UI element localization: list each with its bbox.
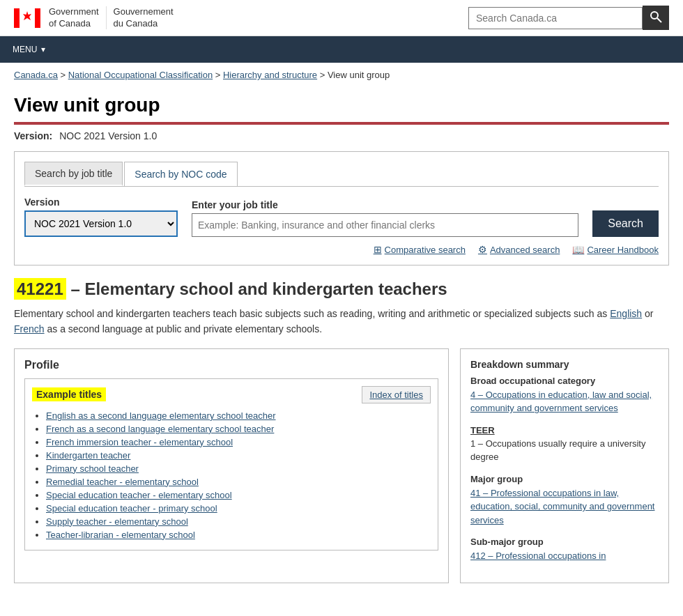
list-item: English as a second language elementary …: [46, 410, 431, 421]
teer-label: TEER: [470, 425, 659, 436]
list-item: Special education teacher - elementary s…: [46, 490, 431, 500]
list-item: Primary school teacher: [46, 463, 431, 474]
french-link[interactable]: French: [14, 323, 45, 334]
version-select[interactable]: NOC 2021 Version 1.0: [24, 210, 178, 237]
index-of-titles-button[interactable]: Index of titles: [362, 386, 431, 403]
example-titles-label: Example titles: [32, 387, 106, 401]
noc-description: Elementary school and kindergarten teach…: [14, 306, 669, 337]
grid-icon: ⊞: [374, 244, 382, 255]
gov-name-container: Government of Canada Gouvernement du Can…: [49, 6, 174, 30]
breadcrumb-item-noc[interactable]: National Occupational Classification: [68, 70, 213, 80]
noc-title-text: Elementary school and kindergarten teach…: [84, 279, 447, 298]
search-icon: [650, 10, 662, 23]
site-header: Government of Canada Gouvernement du Can…: [0, 0, 683, 36]
tab-search-by-title[interactable]: Search by job title: [24, 162, 123, 186]
search-input[interactable]: [468, 7, 643, 29]
major-group-section: Major group 41 – Professional occupation…: [470, 474, 659, 528]
list-item: Supply teacher - elementary school: [46, 516, 431, 527]
breakdown-title: Breakdown summary: [470, 359, 659, 370]
list-item: Remedial teacher - elementary school: [46, 477, 431, 487]
breadcrumb-sep-1: >: [61, 70, 68, 80]
career-handbook-link[interactable]: 📖 Career Handbook: [572, 244, 659, 255]
breadcrumb-item-current: View unit group: [328, 70, 390, 80]
search-links: ⊞ Comparative search ⚙ Advanced search 📖…: [24, 244, 659, 255]
broad-category-link[interactable]: 4 – Occupations in education, law and so…: [470, 390, 652, 414]
canada-logo: [14, 8, 40, 28]
list-item: French as a second language elementary s…: [46, 424, 431, 434]
teer-value: 1 – Occupations usually require a univer…: [470, 437, 659, 464]
version-line: Version: NOC 2021 Version 1.0: [14, 130, 669, 141]
search-fields: Version NOC 2021 Version 1.0 Enter your …: [24, 197, 659, 237]
noc-group-title: 41221 – Elementary school and kindergart…: [14, 279, 669, 299]
breadcrumb-sep-3: >: [320, 70, 328, 80]
nav-menu-bar: MENU ▾: [0, 36, 683, 63]
main-content: View unit group Version: NOC 2021 Versio…: [0, 87, 683, 590]
svg-point-4: [651, 12, 658, 19]
page-title: View unit group: [14, 94, 669, 125]
job-title-label: Enter your job title: [192, 199, 578, 210]
noc-code: 41221: [14, 278, 66, 300]
gov-name-en: Government of Canada: [49, 6, 99, 30]
version-field-group: Version NOC 2021 Version 1.0: [24, 197, 178, 237]
breadcrumb-item-hierarchy[interactable]: Hierarchy and structure: [223, 70, 317, 80]
list-item: Special education teacher - primary scho…: [46, 503, 431, 514]
two-column-layout: Profile Example titles Index of titles E…: [14, 348, 669, 583]
english-link[interactable]: English: [610, 308, 642, 319]
svg-rect-2: [35, 8, 40, 28]
list-item: French immersion teacher - elementary sc…: [46, 437, 431, 447]
broad-category-section: Broad occupational category 4 – Occupati…: [470, 376, 659, 415]
tab-search-by-code[interactable]: Search by NOC code: [124, 162, 237, 186]
breadcrumb: Canada.ca > National Occupational Classi…: [0, 63, 683, 87]
profile-title: Profile: [24, 359, 438, 371]
teer-section: TEER 1 – Occupations usually require a u…: [470, 425, 659, 464]
major-group-link[interactable]: 41 – Professional occupations in law, ed…: [470, 488, 654, 525]
noc-dash: –: [70, 279, 84, 298]
version-value: NOC 2021 Version 1.0: [59, 130, 157, 141]
submajor-group-label: Sub-major group: [470, 537, 659, 547]
search-tabs: Search by job title Search by NOC code: [24, 162, 659, 187]
header-logo-area: Government of Canada Gouvernement du Can…: [14, 6, 174, 30]
breakdown-panel: Breakdown summary Broad occupational cat…: [460, 348, 669, 583]
canada-flag-icon: [14, 8, 40, 28]
list-item: Kindergarten teacher: [46, 450, 431, 461]
menu-arrow-icon: ▾: [41, 45, 45, 54]
example-titles-header: Example titles Index of titles: [32, 386, 431, 403]
menu-label: MENU: [13, 45, 37, 54]
broad-category-label: Broad occupational category: [470, 376, 659, 386]
breadcrumb-sep-2: >: [215, 70, 223, 80]
job-title-field-group: Enter your job title: [192, 199, 578, 237]
menu-button[interactable]: MENU ▾: [0, 36, 58, 63]
search-container: Search by job title Search by NOC code V…: [14, 151, 669, 265]
titles-list: English as a second language elementary …: [32, 410, 431, 540]
search-button[interactable]: Search: [592, 210, 659, 237]
search-submit-button[interactable]: [643, 6, 669, 30]
svg-line-5: [657, 18, 661, 22]
advanced-search-link[interactable]: ⚙ Advanced search: [478, 244, 560, 255]
comparative-search-link[interactable]: ⊞ Comparative search: [374, 244, 466, 255]
gear-icon: ⚙: [478, 244, 487, 255]
breadcrumb-item-canada[interactable]: Canada.ca: [14, 70, 58, 80]
submajor-group-link[interactable]: 412 – Professional occupations in: [470, 550, 606, 561]
major-group-label: Major group: [470, 474, 659, 484]
profile-panel: Profile Example titles Index of titles E…: [14, 348, 449, 583]
job-title-input[interactable]: [192, 213, 578, 237]
example-titles-box: Example titles Index of titles English a…: [24, 378, 438, 550]
site-search-form: [468, 6, 669, 30]
submajor-group-section: Sub-major group 412 – Professional occup…: [470, 537, 659, 563]
version-field-label: Version: [24, 197, 178, 208]
book-icon: 📖: [572, 244, 584, 255]
gov-name-fr: Gouvernement du Canada: [106, 6, 174, 30]
svg-rect-0: [14, 8, 20, 28]
version-label: Version:: [14, 130, 52, 141]
list-item: Teacher-librarian - elementary school: [46, 530, 431, 540]
